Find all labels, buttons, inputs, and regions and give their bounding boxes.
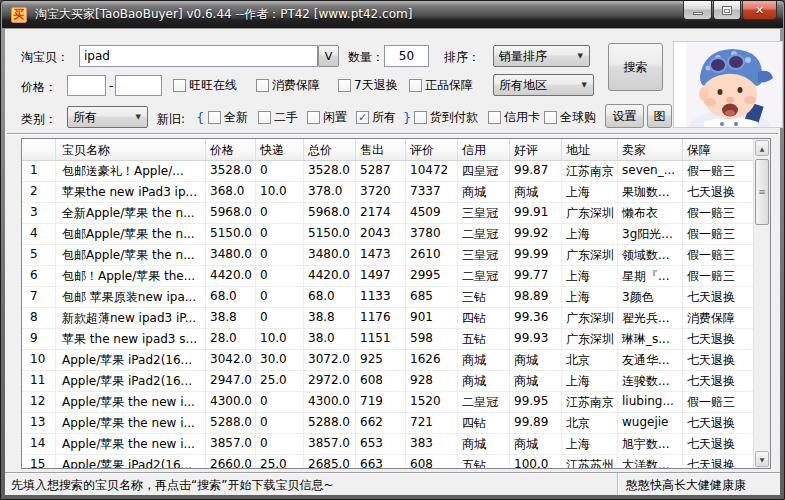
maximize-button[interactable] [713,1,741,20]
checkbox-global-shopping[interactable]: 全球购 [544,109,596,126]
checkbox-all-condition[interactable]: ✓所有 [356,109,396,126]
cell-shipping: 0 [256,308,304,328]
table-row[interactable]: 4 包邮Apple/苹果 the n... 5150.0 0 5150.0 20… [22,224,753,245]
checkbox-wangwang-online[interactable]: 旺旺在线 [173,77,237,94]
image-toggle-button[interactable]: 图 [647,104,672,128]
cell-index: 10 [22,350,56,370]
cell-guarantee: 消费保障 [683,308,753,328]
close-button[interactable]: ✕ [742,1,777,20]
cell-seller: 懒布衣 [618,203,683,223]
price-min-input[interactable] [67,75,106,96]
scrollbar-thumb[interactable]: ≡ [755,159,769,225]
header-rating[interactable]: 好评 [510,139,562,160]
checkbox-brand-new[interactable]: 全新 [208,109,248,126]
table-row[interactable]: 13 Apple/苹果 the new i... 5288.0 0 5288.0… [22,413,753,434]
header-name[interactable]: 宝贝名称 [56,139,206,160]
sort-label: 排序： [444,49,480,66]
table-row[interactable]: 2 苹果the new iPad3 ip... 368.0 10.0 378.0… [22,182,753,203]
cell-sold: 1176 [356,308,406,328]
cell-credit: 五钻 [458,329,510,349]
table-row[interactable]: 10 Apple/苹果 iPad2(16... 3042.0 30.0 3072… [22,350,753,371]
cell-guarantee: 假一赔三 [683,245,753,265]
checkbox-7day-return[interactable]: 7天退换 [338,77,398,94]
keyword-input[interactable] [79,45,318,67]
cell-rating: 99.91 [510,203,562,223]
checkbox-credit-card[interactable]: 信用卡 [488,109,540,126]
scroll-down-icon: ▼ [760,456,765,463]
cell-shipping: 0 [256,392,304,412]
checkbox-consumer-protection[interactable]: 消费保障 [256,77,320,94]
header-price[interactable]: 价格 [206,139,256,160]
cell-credit: 五钻 [458,455,510,468]
region-value: 所有地区 [499,77,547,94]
category-value: 所有 [73,109,97,126]
cell-total: 3072.0 [304,350,356,370]
cell-rating: 99.93 [510,329,562,349]
header-seller[interactable]: 卖家 [618,139,683,160]
cell-credit: 商城 [458,371,510,391]
table-row[interactable]: 6 包邮！Apple/苹果 the... 4420.0 0 4420.0 149… [22,266,753,287]
checkbox-icon [258,111,271,124]
table-row[interactable]: 5 包邮Apple/苹果 the n... 3480.0 0 3480.0 14… [22,245,753,266]
search-button[interactable]: 搜索 [608,43,663,91]
cell-price: 3528.0 [206,161,256,181]
cell-rating: 99.95 [510,392,562,412]
cell-address: 上海 [562,224,618,244]
header-address[interactable]: 地址 [562,139,618,160]
cell-price: 3857.0 [206,434,256,454]
cell-name: Apple/苹果 the new i... [56,434,206,454]
cell-total: 38.8 [304,308,356,328]
table-row[interactable]: 3 全新Apple/苹果 the n... 5968.0 0 5968.0 21… [22,203,753,224]
header-shipping[interactable]: 快递 [256,139,304,160]
cell-name: 苹果the new iPad3 ip... [56,182,206,202]
cell-index: 7 [22,287,56,307]
table-row[interactable]: 8 新款超薄new ipad3 iP... 38.8 0 38.8 1176 9… [22,308,753,329]
chevron-down-icon: ▼ [572,52,589,60]
header-sold[interactable]: 售出 [356,139,406,160]
table-row[interactable]: 9 苹果 the new ipad3 s... 28.0 10.0 38.0 1… [22,329,753,350]
header-credit[interactable]: 信用 [458,139,510,160]
cell-address: 广东深圳 [562,329,618,349]
vertical-scrollbar[interactable]: ▲ ≡ ▼ [753,139,770,468]
checkbox-icon [256,79,269,92]
table-row[interactable]: 11 Apple/苹果 iPad2(16... 2947.0 25.0 2972… [22,371,753,392]
brace-open: { [196,110,204,125]
scroll-up-button[interactable]: ▲ [755,140,769,156]
keyword-history-button[interactable]: V [318,45,339,67]
cell-index: 5 [22,245,56,265]
cell-guarantee: 七天退换 [683,182,753,202]
titlebar[interactable]: 买 淘宝大买家[TaoBaoBuyer] v0.6.44 --作者：PT42 [… [2,1,783,28]
cell-index: 13 [22,413,56,433]
price-max-input[interactable] [115,75,162,96]
category-select[interactable]: 所有 ▼ [67,106,148,128]
region-select[interactable]: 所有地区 ▼ [493,74,594,96]
checkbox-cash-on-delivery[interactable]: 货到付款 [414,109,478,126]
scroll-down-button[interactable]: ▼ [755,451,769,467]
table-row[interactable]: 15 Apple/苹果 iPad2(16... 2660.0 25.0 2685… [22,455,753,468]
cell-seller: 果珈数... [618,182,683,202]
cell-name: 苹果 the new ipad3 s... [56,329,206,349]
table-row[interactable]: 12 Apple/苹果 the new i... 4300.0 0 4300.0… [22,392,753,413]
cell-total: 4300.0 [304,392,356,412]
checkbox-icon [409,79,422,92]
quantity-input[interactable] [384,45,429,67]
cell-sold: 662 [356,413,406,433]
checkbox-second-hand[interactable]: 二手 [258,109,298,126]
cell-price: 5288.0 [206,413,256,433]
cell-shipping: 30.0 [256,350,304,370]
table-row[interactable]: 14 Apple/苹果 the new i... 3857.0 0 3857.0… [22,434,753,455]
settings-button[interactable]: 设置 [605,104,644,128]
sort-select[interactable]: 销量排序 ▼ [493,45,590,67]
cell-index: 15 [22,455,56,468]
cell-price: 2660.0 [206,455,256,468]
checkbox-genuine-guarantee[interactable]: 正品保障 [409,77,473,94]
header-index[interactable] [22,139,56,160]
cell-address: 广东深圳 [562,308,618,328]
table-row[interactable]: 7 包邮 苹果原装new ipa... 68.0 0 68.0 1133 685… [22,287,753,308]
minimize-button[interactable] [683,1,712,20]
table-row[interactable]: 1 包邮送豪礼！Apple/... 3528.0 0 3528.0 5287 1… [22,161,753,182]
checkbox-idle[interactable]: 闲置 [307,109,347,126]
header-total[interactable]: 总价 [304,139,356,160]
header-reviews[interactable]: 评价 [406,139,458,160]
cell-name: Apple/苹果 the new i... [56,392,206,412]
